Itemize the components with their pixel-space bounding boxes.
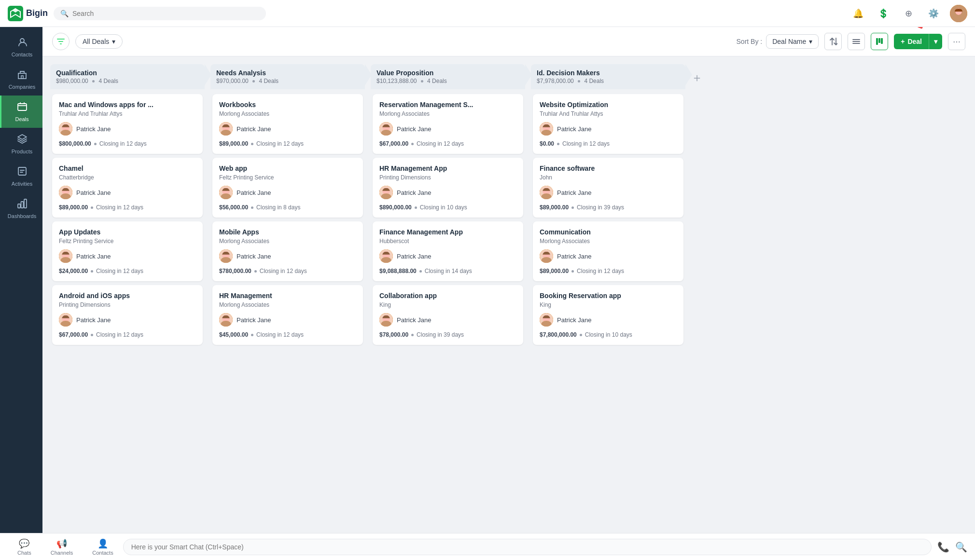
deal-amount: $89,000.00 bbox=[540, 268, 569, 274]
deal-name: HR Management bbox=[219, 292, 356, 300]
table-row[interactable]: Mobile Apps Morlong Associates Patrick J… bbox=[212, 221, 363, 281]
svg-rect-14 bbox=[24, 199, 27, 208]
table-row[interactable]: Website Optimization Truhlar And Truhlar… bbox=[533, 94, 683, 154]
search-bar[interactable]: 🔍 bbox=[54, 7, 266, 20]
deal-dot bbox=[251, 334, 253, 336]
more-options-button[interactable]: ⋯ bbox=[948, 33, 965, 50]
add-deal-main[interactable]: + Deal bbox=[894, 34, 929, 49]
sort-dropdown[interactable]: Deal Name ▾ bbox=[766, 34, 819, 49]
chevron-down-icon: ▾ bbox=[809, 38, 812, 45]
svg-rect-0 bbox=[8, 6, 23, 21]
add-deal-dropdown-arrow[interactable]: ▾ bbox=[929, 34, 942, 49]
table-row[interactable]: Mac and Windows apps for ... Truhlar And… bbox=[52, 94, 203, 154]
table-row[interactable]: Finance software John Patrick Jane $89,0… bbox=[533, 158, 683, 218]
sort-section: Sort By : Deal Name ▾ bbox=[737, 34, 819, 49]
phone-icon[interactable]: 📞 bbox=[937, 541, 949, 553]
deal-closing: Closing in 12 days bbox=[562, 140, 610, 147]
deal-owner: Patrick Jane bbox=[59, 186, 196, 199]
sidebar-item-products[interactable]: Products bbox=[0, 128, 42, 160]
all-deals-dropdown[interactable]: All Deals ▾ bbox=[75, 34, 123, 49]
add-column-button[interactable]: ＋ bbox=[691, 64, 710, 525]
deal-amount: $24,000.00 bbox=[59, 268, 88, 274]
sidebar-item-contacts[interactable]: Contacts bbox=[0, 31, 42, 63]
deal-dot bbox=[254, 270, 257, 273]
deal-name: Workbooks bbox=[219, 101, 356, 109]
table-row[interactable]: App Updates Feltz Printing Service Patri… bbox=[52, 221, 203, 281]
smart-chat-input[interactable] bbox=[123, 539, 932, 555]
deal-dot bbox=[91, 206, 93, 209]
table-row[interactable]: Android and iOS apps Printing Dimensions… bbox=[52, 285, 203, 345]
deal-company: Morlong Associates bbox=[540, 238, 677, 245]
deal-closing: Closing in 39 days bbox=[417, 331, 464, 338]
deals-icon bbox=[17, 101, 28, 114]
deal-company: Printing Dimensions bbox=[379, 174, 516, 181]
channels-tab[interactable]: 📢 Channels bbox=[41, 535, 83, 559]
deal-closing: Closing in 8 days bbox=[256, 204, 300, 211]
deal-owner: Patrick Jane bbox=[219, 186, 356, 199]
deal-dot bbox=[94, 143, 97, 145]
deal-amount: $9,088,888.00 bbox=[379, 268, 417, 274]
deal-dot bbox=[411, 143, 414, 145]
add-deal-button[interactable]: + Deal ▾ bbox=[894, 34, 942, 49]
owner-name: Patrick Jane bbox=[557, 316, 592, 324]
sidebar-item-deals[interactable]: Deals bbox=[0, 96, 42, 128]
deal-dot bbox=[571, 206, 574, 209]
column-cards-value_proposition: Reservation Management S... Morlong Asso… bbox=[371, 90, 525, 525]
svg-rect-13 bbox=[21, 202, 23, 208]
sidebar-item-dashboards[interactable]: Dashboards bbox=[0, 192, 42, 225]
table-row[interactable]: Finance Management App Hubberscot Patric… bbox=[373, 221, 523, 281]
search-bottom-icon[interactable]: 🔍 bbox=[955, 541, 967, 553]
table-row[interactable]: Booking Reservation app King Patrick Jan… bbox=[533, 285, 683, 345]
search-input[interactable] bbox=[72, 10, 259, 17]
deal-amount: $89,000.00 bbox=[59, 204, 88, 211]
table-row[interactable]: Workbooks Morlong Associates Patrick Jan… bbox=[212, 94, 363, 154]
table-row[interactable]: Web app Feltz Printing Service Patrick J… bbox=[212, 158, 363, 218]
kanban-column-value_proposition: Value Proposition $10,123,888.00 4 Deals… bbox=[371, 64, 525, 525]
table-row[interactable]: Chamel Chatterbridge Patrick Jane $89,00… bbox=[52, 158, 203, 218]
user-avatar[interactable] bbox=[950, 5, 967, 22]
deal-name: Mac and Windows apps for ... bbox=[59, 101, 196, 109]
column-header-needs_analysis: Needs Analysis $970,000.00 4 Deals bbox=[210, 64, 365, 89]
deal-dot bbox=[557, 143, 559, 145]
svg-rect-15 bbox=[876, 38, 878, 45]
toolbar: All Deals ▾ Sort By : Deal Name ▾ bbox=[42, 27, 975, 56]
deal-closing: Closing in 12 days bbox=[260, 268, 307, 274]
table-row[interactable]: Reservation Management S... Morlong Asso… bbox=[373, 94, 523, 154]
chats-tab[interactable]: 💬 Chats bbox=[8, 535, 41, 559]
table-row[interactable]: HR Management App Printing Dimensions Pa… bbox=[373, 158, 523, 218]
table-row[interactable]: Communication Morlong Associates Patrick… bbox=[533, 221, 683, 281]
column-meta: $970,000.00 4 Deals bbox=[216, 78, 279, 84]
app-logo[interactable]: Bigin bbox=[8, 6, 48, 21]
contacts-bottom-tab[interactable]: 👤 Contacts bbox=[83, 535, 123, 559]
topbar: Bigin 🔍 🔔 💲 ⊕ ⚙️ bbox=[0, 0, 975, 27]
deal-company: Printing Dimensions bbox=[59, 301, 196, 308]
deal-company: Feltz Printing Service bbox=[219, 174, 356, 181]
notification-bell-icon[interactable]: 🔔 bbox=[850, 5, 867, 22]
sidebar-item-companies[interactable]: Companies bbox=[0, 63, 42, 96]
column-cards-needs_analysis: Workbooks Morlong Associates Patrick Jan… bbox=[210, 90, 365, 525]
sort-order-toggle[interactable] bbox=[824, 33, 842, 50]
sidebar-item-label: Dashboards bbox=[8, 213, 36, 219]
plus-circle-icon[interactable]: ⊕ bbox=[900, 5, 917, 22]
kanban-view-button[interactable] bbox=[871, 33, 888, 50]
chats-icon: 💬 bbox=[19, 538, 29, 549]
settings-gear-icon[interactable]: ⚙️ bbox=[925, 5, 942, 22]
deal-owner: Patrick Jane bbox=[540, 313, 677, 327]
dollar-circle-icon[interactable]: 💲 bbox=[875, 5, 892, 22]
avatar bbox=[540, 122, 553, 136]
sidebar-item-activities[interactable]: Activities bbox=[0, 160, 42, 192]
deal-name: Finance Management App bbox=[379, 228, 516, 236]
avatar bbox=[379, 313, 393, 327]
arrow-indicator: ↘ bbox=[911, 27, 929, 33]
owner-name: Patrick Jane bbox=[76, 189, 111, 196]
svg-rect-11 bbox=[18, 167, 26, 175]
deal-name: Communication bbox=[540, 228, 677, 236]
filter-button[interactable] bbox=[52, 33, 70, 50]
table-row[interactable]: Collaboration app King Patrick Jane $78,… bbox=[373, 285, 523, 345]
table-row[interactable]: HR Management Morlong Associates Patrick… bbox=[212, 285, 363, 345]
deal-dot bbox=[251, 206, 253, 209]
list-view-button[interactable] bbox=[848, 33, 865, 50]
deal-dot bbox=[571, 270, 574, 273]
deal-dot bbox=[419, 270, 422, 273]
products-icon bbox=[17, 134, 28, 147]
